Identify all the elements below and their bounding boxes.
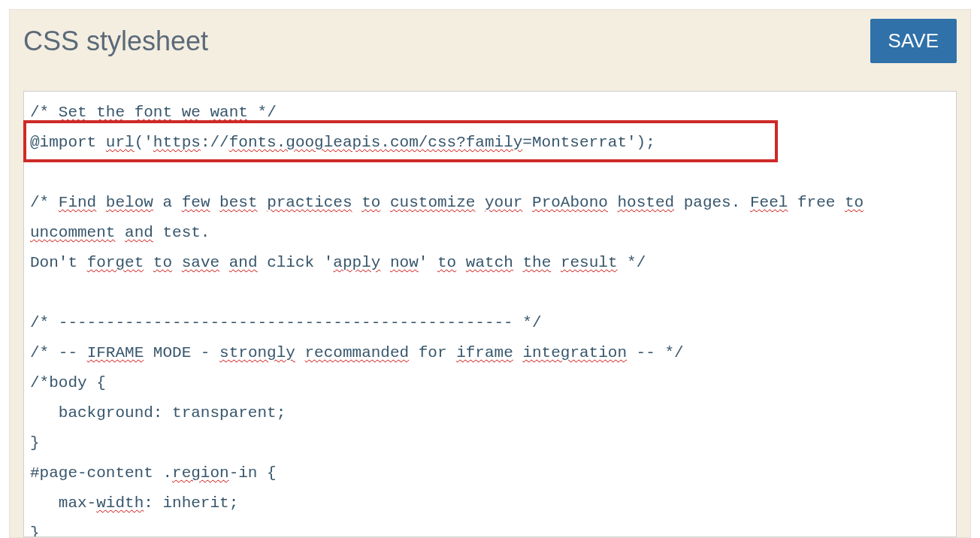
css-editor[interactable]: /* Set the font we want */ @import url('… [23, 91, 957, 537]
panel-title: CSS stylesheet [23, 26, 208, 57]
panel-header: CSS stylesheet SAVE [10, 10, 970, 74]
editor-wrap: /* Set the font we want */ @import url('… [23, 91, 957, 537]
css-code-content[interactable]: /* Set the font we want */ @import url('… [24, 92, 956, 537]
css-stylesheet-panel: CSS stylesheet SAVE /* Set the font we w… [9, 9, 971, 538]
save-button[interactable]: SAVE [870, 19, 957, 63]
